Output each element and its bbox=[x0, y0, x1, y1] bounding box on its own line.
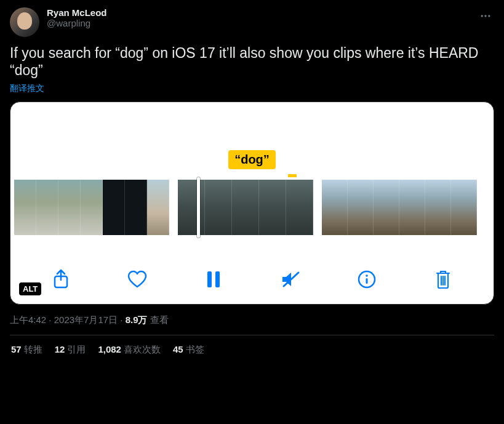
clip-thumb bbox=[14, 180, 36, 235]
mute-button[interactable] bbox=[277, 266, 304, 293]
media-attachment[interactable]: “dog” bbox=[10, 102, 494, 305]
retweets-stat[interactable]: 57转推 bbox=[11, 344, 42, 356]
retweets-label: 转推 bbox=[24, 344, 42, 354]
clip-thumb bbox=[103, 180, 125, 235]
likes-label: 喜欢次数 bbox=[124, 344, 161, 354]
svg-point-2 bbox=[488, 15, 490, 17]
avatar[interactable] bbox=[10, 7, 39, 37]
clip-thumb bbox=[286, 180, 313, 235]
clip-thumb bbox=[58, 180, 81, 235]
delete-button[interactable] bbox=[430, 266, 457, 293]
clip-thumb bbox=[36, 180, 58, 235]
share-button[interactable] bbox=[47, 266, 74, 293]
clip-group-3 bbox=[322, 180, 477, 235]
likes-stat[interactable]: 1,082喜欢次数 bbox=[98, 344, 161, 356]
tweet-text: If you search for “dog” on iOS 17 it’ll … bbox=[10, 44, 494, 79]
tweet-time[interactable]: 上午4:42 bbox=[10, 314, 46, 325]
video-timeline[interactable] bbox=[10, 180, 494, 235]
info-icon bbox=[357, 270, 377, 289]
share-icon bbox=[52, 269, 70, 290]
svg-rect-5 bbox=[215, 271, 220, 287]
clip-thumb bbox=[147, 180, 169, 235]
clip-thumb bbox=[125, 180, 147, 235]
views-count[interactable]: 8.9万 bbox=[126, 314, 148, 325]
clip-thumb bbox=[425, 180, 451, 235]
playhead[interactable] bbox=[197, 177, 200, 238]
svg-point-1 bbox=[484, 15, 486, 17]
trash-icon bbox=[434, 269, 452, 290]
tweet-meta: 上午4:422023年7月17日8.9万 查看 bbox=[10, 314, 494, 335]
translate-link[interactable]: 翻译推文 bbox=[10, 83, 44, 94]
caption-bubble: “dog” bbox=[228, 150, 276, 169]
author-block[interactable]: Ryan McLeod @warpling bbox=[47, 7, 470, 28]
tweet-container: Ryan McLeod @warpling If you search for … bbox=[0, 0, 504, 372]
tweet-header: Ryan McLeod @warpling bbox=[10, 7, 494, 37]
info-button[interactable] bbox=[353, 266, 380, 293]
clip-thumb bbox=[205, 180, 232, 235]
clip-thumb bbox=[451, 180, 477, 235]
svg-point-8 bbox=[366, 274, 368, 277]
clip-thumb bbox=[348, 180, 374, 235]
more-horizontal-icon bbox=[479, 10, 492, 22]
likes-count: 1,082 bbox=[98, 344, 121, 354]
clip-thumb bbox=[322, 180, 348, 235]
bookmarks-label: 书签 bbox=[186, 344, 204, 354]
bookmarks-stat[interactable]: 45书签 bbox=[173, 344, 204, 356]
tweet-stats: 57转推 12引用 1,082喜欢次数 45书签 bbox=[10, 335, 494, 364]
clip-group-1 bbox=[14, 180, 169, 235]
clip-thumb bbox=[81, 180, 103, 235]
caption-bubble-wrap: “dog” bbox=[10, 150, 494, 169]
more-options-button[interactable] bbox=[477, 7, 494, 25]
media-toolbar bbox=[10, 266, 494, 293]
clip-thumb bbox=[374, 180, 399, 235]
author-handle: @warpling bbox=[47, 18, 470, 28]
clip-thumb bbox=[178, 180, 205, 235]
retweets-count: 57 bbox=[11, 344, 22, 354]
svg-point-0 bbox=[481, 15, 483, 17]
caption-tick bbox=[288, 174, 297, 177]
svg-rect-4 bbox=[207, 271, 212, 287]
quotes-count: 12 bbox=[55, 344, 65, 354]
clip-thumb bbox=[399, 180, 425, 235]
quotes-label: 引用 bbox=[67, 344, 86, 354]
tweet-date[interactable]: 2023年7月17日 bbox=[54, 314, 118, 325]
svg-rect-9 bbox=[366, 278, 367, 284]
alt-badge[interactable]: ALT bbox=[19, 282, 41, 295]
pause-button[interactable] bbox=[200, 266, 227, 293]
quotes-stat[interactable]: 12引用 bbox=[55, 344, 86, 356]
views-label: 查看 bbox=[150, 314, 169, 325]
speaker-muted-icon bbox=[280, 270, 301, 289]
clip-thumb bbox=[259, 180, 286, 235]
clip-thumb bbox=[232, 180, 259, 235]
like-button[interactable] bbox=[124, 266, 151, 293]
author-display-name: Ryan McLeod bbox=[47, 7, 470, 18]
pause-icon bbox=[205, 270, 222, 289]
heart-icon bbox=[127, 270, 148, 289]
bookmarks-count: 45 bbox=[173, 344, 183, 354]
